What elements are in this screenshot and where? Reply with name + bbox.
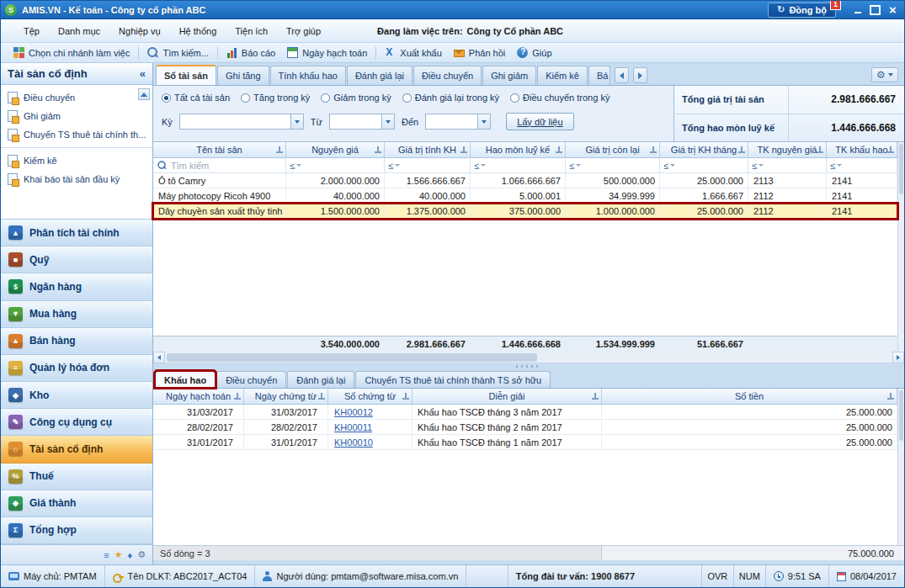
asset-row[interactable]: Ô tô Camry 2.000.000.000 1.566.666.667 1…: [153, 173, 897, 188]
shortcut-ghi-giam[interactable]: Ghi giảm: [1, 107, 152, 125]
filter-operator-icon[interactable]: ≤: [569, 161, 581, 171]
voucher-link[interactable]: KH00011: [334, 422, 372, 432]
sidebar-item-tai-san-co-dinh[interactable]: Tài sản cố định: [1, 436, 152, 463]
pin-icon[interactable]: [738, 146, 745, 154]
pin-icon[interactable]: [817, 146, 823, 154]
shortcut-khai-bao-dau-ky[interactable]: Khai báo tài sản đầu kỳ: [1, 170, 152, 188]
from-dropdown-icon[interactable]: [381, 114, 394, 129]
filter-cell[interactable]: ≤: [748, 158, 827, 172]
shortcut-dieu-chuyen[interactable]: Điều chuyển: [1, 88, 152, 107]
panel-settings-icon[interactable]: [137, 549, 146, 560]
filter-operator-icon[interactable]: ≤: [388, 161, 400, 171]
horizontal-scrollbar[interactable]: [153, 352, 904, 363]
menu-he-thong[interactable]: Hệ thống: [170, 26, 226, 36]
sidebar-item-cong-cu-dung-cu[interactable]: Công cụ dụng cụ: [1, 409, 152, 436]
sidebar-item-quy[interactable]: Quỹ: [1, 246, 152, 273]
detail-tab-khau-hao[interactable]: Khấu hao: [155, 371, 216, 388]
voucher-link[interactable]: KH00010: [334, 437, 373, 448]
menu-danh-muc[interactable]: Danh mục: [49, 26, 109, 36]
radio-danh-gia-lai-trong-ky[interactable]: Đánh giá lại trong kỳ: [402, 93, 499, 103]
radio-giam-trong-ky[interactable]: Giảm trong kỳ: [321, 93, 391, 103]
to-date-select[interactable]: [425, 114, 491, 130]
pin-icon[interactable]: [318, 393, 325, 400]
col-gia-tri-con-lai[interactable]: Giá trị còn lại: [566, 142, 660, 157]
tab-tinh-khau-hao[interactable]: Tính khấu hao: [270, 66, 346, 85]
help-button[interactable]: Giúp: [511, 45, 557, 60]
filter-cell[interactable]: ≤: [827, 158, 897, 172]
pin-icon[interactable]: [887, 393, 894, 400]
period-dropdown-icon[interactable]: [290, 114, 303, 129]
scrollbar-thumb[interactable]: [899, 390, 903, 441]
tab-ghi-giam[interactable]: Ghi giảm: [482, 66, 536, 85]
filter-operator-icon[interactable]: ≤: [474, 161, 486, 171]
menu-nghiep-vu[interactable]: Nghiệp vụ: [109, 26, 170, 36]
col-ngay-chung-tu[interactable]: Ngày chứng từ: [244, 389, 328, 404]
feedback-button[interactable]: Phản hồi: [448, 46, 511, 60]
detail-row[interactable]: 28/02/2017 28/02/2017 KH00011 Khấu hao T…: [153, 420, 897, 435]
radio-dieu-chuyen-trong-ky[interactable]: Điều chuyển trong kỳ: [510, 93, 610, 103]
scroll-right-icon[interactable]: [892, 352, 904, 363]
col-nguyen-gia[interactable]: Nguyên giá: [286, 142, 385, 157]
collapse-sidebar-icon[interactable]: [140, 67, 146, 80]
vertical-scrollbar[interactable]: [897, 389, 904, 545]
branch-button[interactable]: Chọn chi nhánh làm việc: [8, 45, 136, 60]
asset-row[interactable]: Máy photocopy Ricoh 4900 40.000.000 40.0…: [153, 188, 897, 204]
tab-scroll-left-icon[interactable]: [615, 67, 629, 83]
detail-row[interactable]: 31/01/2017 31/01/2017 KH00010 Khấu hao T…: [153, 435, 897, 450]
col-so-tien[interactable]: Số tiền: [602, 389, 897, 404]
col-gia-tri-kh-thang[interactable]: Giá trị KH tháng: [660, 142, 748, 157]
filter-operator-icon[interactable]: ≤: [752, 161, 764, 171]
shortcut-kiem-ke[interactable]: Kiểm kê: [1, 151, 152, 170]
load-data-button[interactable]: Lấy dữ liệu: [506, 113, 573, 130]
radio-tang-trong-ky[interactable]: Tăng trong kỳ: [241, 93, 310, 103]
sidebar-item-phan-tich-tai-chinh[interactable]: Phân tích tài chính: [1, 220, 152, 246]
tab-so-tai-san[interactable]: Sổ tài sản: [156, 65, 216, 85]
pin-icon[interactable]: [460, 146, 467, 154]
detail-tab-dieu-chuyen[interactable]: Điều chuyển: [216, 371, 286, 388]
pin-icon[interactable]: [402, 393, 409, 400]
scrollbar-thumb[interactable]: [167, 353, 537, 362]
filter-cell[interactable]: ≤: [471, 158, 566, 172]
col-ngay-hach-toan[interactable]: Ngày hạch toán: [153, 389, 244, 404]
search-button[interactable]: Tìm kiếm...: [141, 45, 214, 60]
filter-operator-icon[interactable]: ≤: [830, 161, 842, 171]
scrollbar-thumb[interactable]: [899, 144, 903, 194]
pin-icon[interactable]: [276, 146, 283, 154]
tab-kiem-ke[interactable]: Kiểm kê: [537, 66, 588, 85]
maximize-button[interactable]: [867, 3, 883, 17]
minimize-button[interactable]: [849, 3, 865, 17]
sidebar-item-kho[interactable]: Kho: [1, 382, 152, 409]
filter-operator-icon[interactable]: ≤: [663, 161, 675, 171]
tab-truncated[interactable]: Bá: [588, 66, 610, 85]
vertical-scrollbar[interactable]: [897, 142, 904, 352]
filter-operator-icon[interactable]: ≤: [290, 161, 301, 171]
col-dien-giai[interactable]: Diễn giải: [413, 389, 602, 404]
splitter-handle[interactable]: [153, 363, 904, 369]
menu-tep[interactable]: Tệp: [14, 26, 49, 36]
col-ten-tai-san[interactable]: Tên tài sản: [153, 142, 286, 157]
sidebar-item-ban-hang[interactable]: Bán hàng: [1, 328, 152, 355]
tab-dieu-chuyen[interactable]: Điều chuyển: [413, 66, 482, 85]
col-tk-nguyen-gia[interactable]: TK nguyên giá: [748, 142, 827, 157]
filter-cell[interactable]: ≤: [286, 158, 385, 172]
shortcut-chuyen-ts-thue[interactable]: Chuyển TS thuê tài chính th...: [1, 125, 152, 144]
menu-tien-ich[interactable]: Tiện ích: [226, 26, 277, 36]
filter-cell[interactable]: ≤: [660, 158, 748, 172]
detail-tab-danh-gia-lai[interactable]: Đánh giá lại: [287, 371, 354, 388]
pin-icon[interactable]: [650, 146, 657, 154]
filter-cell[interactable]: ≤: [566, 158, 660, 172]
pin-icon[interactable]: [887, 146, 894, 154]
tab-ghi-tang[interactable]: Ghi tăng: [217, 66, 269, 85]
report-button[interactable]: Báo cáo: [221, 45, 281, 60]
export-button[interactable]: Xuất khẩu: [379, 45, 448, 60]
pin-icon[interactable]: [375, 146, 381, 154]
col-tk-khau-hao[interactable]: TK khấu hao: [827, 142, 897, 157]
voucher-link[interactable]: KH00012: [334, 407, 373, 417]
to-dropdown-icon[interactable]: [477, 114, 490, 129]
period-select[interactable]: [179, 114, 304, 130]
sidebar-item-ngan-hang[interactable]: Ngân hàng: [1, 273, 152, 300]
asset-row-selected[interactable]: Dây chuyền sản xuất thủy tinh 1.500.000.…: [153, 204, 897, 219]
pin-icon[interactable]: [592, 393, 599, 400]
sync-button[interactable]: Đồng bộ 1: [768, 3, 836, 18]
panels-icon[interactable]: [128, 550, 133, 560]
